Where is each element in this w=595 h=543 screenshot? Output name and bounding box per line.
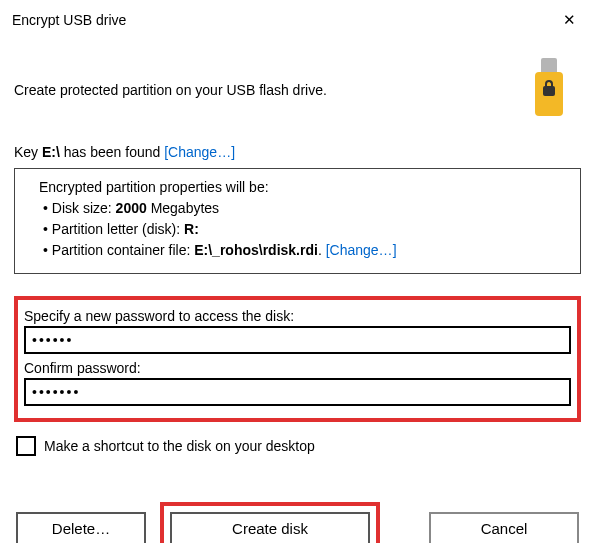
prop-disk-size: Disk size: 2000 Megabytes: [43, 198, 568, 219]
partition-properties-box: Encrypted partition properties will be: …: [14, 168, 581, 274]
disk-size-unit: Megabytes: [147, 200, 219, 216]
prop-partition-letter: Partition letter (disk): R:: [43, 219, 568, 240]
change-container-link[interactable]: Change…: [326, 242, 397, 258]
shortcut-checkbox[interactable]: [16, 436, 36, 456]
container-file-value: E:\_rohos\rdisk.rdi: [194, 242, 318, 258]
partition-letter-label: Partition letter (disk):: [52, 221, 184, 237]
create-button-highlight: Create disk: [160, 502, 380, 543]
container-file-label: Partition container file:: [52, 242, 194, 258]
key-found-row: Key E:\ has been found Change…: [14, 144, 581, 160]
dialog-content: Create protected partition on your USB f…: [0, 58, 595, 543]
create-disk-button[interactable]: Create disk: [170, 512, 370, 543]
confirm-password-label: Confirm password:: [24, 360, 571, 376]
password-label: Specify a new password to access the dis…: [24, 308, 571, 324]
key-prefix: Key: [14, 144, 42, 160]
delete-button[interactable]: Delete…: [16, 512, 146, 543]
password-section: Specify a new password to access the dis…: [14, 296, 581, 422]
change-key-link[interactable]: Change…: [164, 144, 235, 160]
disk-size-value: 2000: [116, 200, 147, 216]
disk-size-label: Disk size:: [52, 200, 116, 216]
shortcut-label: Make a shortcut to the disk on your desk…: [44, 438, 315, 454]
usb-lock-icon: [531, 58, 567, 122]
key-suffix: has been found: [60, 144, 164, 160]
prop-container-file: Partition container file: E:\_rohos\rdis…: [43, 240, 568, 261]
password-input[interactable]: [24, 326, 571, 354]
cancel-button[interactable]: Cancel: [429, 512, 579, 543]
key-drive: E:\: [42, 144, 60, 160]
button-row: Delete… Create disk Cancel: [14, 502, 581, 543]
partition-letter-value: R:: [184, 221, 199, 237]
props-heading: Encrypted partition properties will be:: [39, 177, 568, 198]
container-file-dot: .: [318, 242, 326, 258]
confirm-password-input[interactable]: [24, 378, 571, 406]
shortcut-checkbox-row[interactable]: Make a shortcut to the disk on your desk…: [16, 436, 581, 456]
window-title: Encrypt USB drive: [12, 12, 126, 28]
close-button[interactable]: ✕: [549, 6, 589, 34]
close-icon: ✕: [563, 11, 576, 29]
intro-text: Create protected partition on your USB f…: [14, 82, 327, 98]
titlebar: Encrypt USB drive ✕: [0, 0, 595, 40]
